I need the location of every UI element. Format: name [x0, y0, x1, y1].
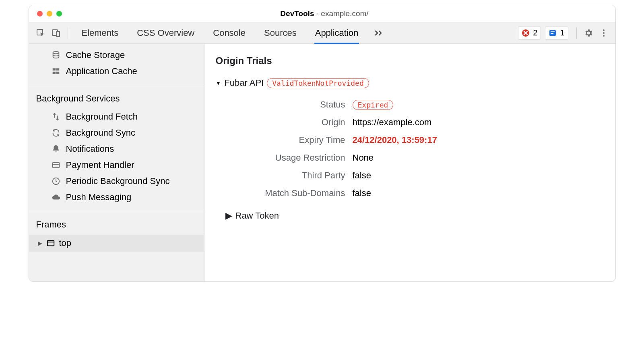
frame-label: top	[59, 238, 72, 248]
issues-chip[interactable]: 1	[545, 27, 568, 39]
third-party-label: Third Party	[216, 170, 353, 181]
frame-icon	[46, 239, 55, 248]
raw-token-label: Raw Token	[235, 211, 279, 221]
kebab-menu-button[interactable]	[596, 25, 611, 41]
errors-count: 2	[533, 28, 537, 37]
sidebar-item-notifications[interactable]: Notifications	[29, 141, 204, 157]
token-status-badge: ValidTokenNotProvided	[267, 78, 369, 88]
svg-point-8	[603, 32, 605, 34]
sidebar-item-label: Payment Handler	[66, 160, 134, 170]
sidebar-item-application-cache[interactable]: Application Cache	[29, 63, 204, 79]
svg-rect-13	[52, 72, 55, 74]
tab-application[interactable]: Application	[315, 22, 359, 44]
more-tabs-button[interactable]	[374, 29, 383, 37]
tab-css-overview[interactable]: CSS Overview	[137, 22, 194, 44]
toolbar-separator	[68, 27, 68, 39]
window-title-url: example.com/	[321, 9, 368, 18]
sidebar-item-background-sync[interactable]: Background Sync	[29, 125, 204, 141]
usage-restriction-value: None	[353, 153, 604, 163]
console-errors-chip[interactable]: 2	[518, 27, 541, 39]
issues-count: 1	[560, 28, 564, 37]
third-party-value: false	[353, 170, 604, 181]
traffic-lights	[29, 11, 62, 17]
sidebar-item-label: Application Cache	[66, 66, 137, 76]
settings-button[interactable]	[581, 25, 596, 41]
grid-icon	[52, 67, 60, 76]
sidebar-item-payment-handler[interactable]: Payment Handler	[29, 157, 204, 173]
tab-sources[interactable]: Sources	[264, 22, 297, 44]
tab-elements[interactable]: Elements	[82, 22, 119, 44]
database-icon	[52, 51, 60, 60]
match-subdomains-label: Match Sub-Domains	[216, 188, 353, 198]
svg-rect-6	[551, 33, 553, 34]
bell-icon	[52, 145, 60, 153]
page-heading: Origin Trials	[216, 55, 604, 66]
disclosure-triangle-icon: ▶	[38, 240, 42, 246]
disclosure-triangle-icon: ▶	[225, 211, 232, 221]
close-window-button[interactable]	[37, 11, 43, 17]
svg-rect-2	[56, 31, 60, 37]
svg-rect-15	[52, 163, 59, 168]
status-label: Status	[216, 99, 353, 110]
svg-point-7	[603, 29, 605, 31]
svg-rect-12	[56, 68, 59, 71]
devtools-window: DevTools - example.com/ Elements CSS Ove…	[29, 5, 616, 282]
origin-trial-details: Status Expired Origin https://example.co…	[216, 99, 604, 198]
panel-body: Cache Storage Application Cache Backgrou…	[29, 44, 615, 281]
frame-top[interactable]: ▶ top	[29, 235, 204, 252]
origin-value: https://example.com	[353, 117, 604, 128]
svg-rect-17	[47, 241, 54, 246]
sidebar-item-label: Notifications	[66, 144, 114, 154]
expiry-label: Expiry Time	[216, 135, 353, 145]
sidebar-item-periodic-background-sync[interactable]: Periodic Background Sync	[29, 173, 204, 189]
window-titlebar: DevTools - example.com/	[29, 5, 615, 22]
minimize-window-button[interactable]	[47, 11, 52, 17]
tab-console[interactable]: Console	[213, 22, 246, 44]
main-content: Origin Trials ▼ Fubar API ValidTokenNotP…	[204, 44, 615, 281]
sidebar-item-background-fetch[interactable]: Background Fetch	[29, 109, 204, 125]
raw-token-item[interactable]: ▶ Raw Token	[216, 211, 604, 221]
svg-point-10	[53, 52, 59, 54]
cloud-icon	[52, 193, 60, 202]
sidebar-item-label: Cache Storage	[66, 50, 125, 60]
svg-rect-11	[52, 68, 55, 71]
svg-rect-5	[551, 31, 555, 32]
main-toolbar: Elements CSS Overview Console Sources Ap…	[29, 22, 615, 44]
device-toolbar-button[interactable]	[48, 25, 64, 41]
origin-trial-name: Fubar API	[224, 78, 264, 88]
usage-restriction-label: Usage Restriction	[216, 153, 353, 163]
clock-icon	[52, 177, 60, 186]
svg-point-9	[603, 35, 605, 37]
inspect-element-button[interactable]	[33, 25, 48, 41]
sidebar-item-cache-storage[interactable]: Cache Storage	[29, 47, 204, 63]
sidebar-section-frames[interactable]: Frames	[29, 212, 204, 235]
sidebar-section-background-services[interactable]: Background Services	[29, 86, 204, 109]
origin-trial-item[interactable]: ▼ Fubar API ValidTokenNotProvided	[216, 78, 604, 88]
match-subdomains-value: false	[353, 188, 604, 198]
fetch-icon	[52, 112, 60, 121]
sidebar-item-label: Push Messaging	[66, 192, 132, 203]
sidebar-item-push-messaging[interactable]: Push Messaging	[29, 189, 204, 205]
origin-label: Origin	[216, 117, 353, 128]
expiry-value: 24/12/2020, 13:59:17	[353, 135, 604, 145]
zoom-window-button[interactable]	[56, 11, 62, 17]
disclosure-triangle-icon: ▼	[216, 80, 221, 86]
svg-rect-14	[56, 72, 59, 74]
status-value: Expired	[353, 99, 604, 110]
window-title: DevTools - example.com/	[62, 9, 587, 18]
sync-icon	[52, 128, 60, 137]
credit-card-icon	[52, 161, 60, 169]
panel-tabs: Elements CSS Overview Console Sources Ap…	[72, 22, 359, 44]
sidebar-item-label: Background Sync	[66, 128, 135, 138]
sidebar-item-label: Background Fetch	[66, 112, 138, 122]
application-sidebar: Cache Storage Application Cache Backgrou…	[29, 44, 204, 281]
window-title-prefix: DevTools	[280, 9, 314, 18]
sidebar-item-label: Periodic Background Sync	[66, 176, 170, 186]
toolbar-separator	[576, 27, 577, 39]
